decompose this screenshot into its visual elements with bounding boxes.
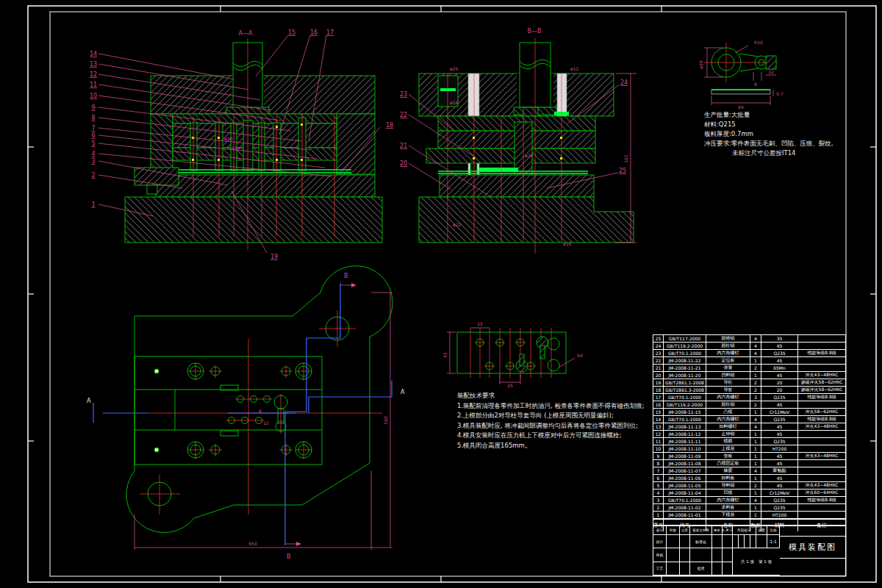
cell-material: 45 bbox=[761, 482, 798, 490]
cell-code: JM-2008-11-01 bbox=[664, 512, 706, 519]
note-material: 材料:Q215 bbox=[704, 120, 877, 129]
cell-code: JM-2008-11-08 bbox=[664, 460, 706, 467]
cell-qty: 1 bbox=[750, 504, 761, 512]
part-length-dim: 64 bbox=[738, 104, 744, 110]
table-row: 13 JM-2008-11-13 卸料螺钉 4 45 淬火43~48HRC bbox=[653, 423, 845, 431]
cell-name: 止转销 bbox=[706, 431, 750, 438]
callout-15: 15 bbox=[288, 29, 295, 36]
cell-no: 9 bbox=[653, 453, 664, 460]
cell-no: 5 bbox=[653, 482, 664, 490]
table-row: 21 JM-2008-11-21 弹簧 2 65Mn bbox=[653, 365, 845, 372]
cell-qty: 4 bbox=[750, 497, 761, 504]
note-tolerance: 未标注尺寸公差按IT14 bbox=[704, 148, 877, 158]
plan-width-value: 650 bbox=[248, 541, 257, 546]
plan-view bbox=[93, 266, 392, 546]
cell-code: JM-2008-11-13 bbox=[664, 423, 706, 431]
section-marker-b-bottom: B bbox=[287, 553, 291, 560]
tb-change-doc: 更改文件号 bbox=[690, 526, 712, 535]
cell-name: 挡料销 bbox=[706, 372, 750, 379]
table-row: 16 GB/T119.2-2000 圆柱销 2 45 bbox=[653, 401, 845, 409]
callout-20: 20 bbox=[400, 160, 407, 167]
cell-no: 19 bbox=[653, 379, 664, 387]
aa-dim-2: ø14 bbox=[232, 146, 240, 151]
callout-14: 14 bbox=[90, 51, 97, 57]
note-batch: 生产批量:大批量 bbox=[704, 110, 877, 120]
cell-name: 垫板 bbox=[706, 453, 750, 460]
cell-note bbox=[798, 467, 845, 475]
cell-qty: 1 bbox=[750, 438, 761, 445]
callout-7: 7 bbox=[91, 125, 95, 132]
tb-count: 处数 bbox=[667, 526, 680, 535]
table-row: 9 JM-2008-11-09 垫板 1 45 淬火43~48HRC bbox=[653, 453, 845, 460]
cell-material: 45 bbox=[761, 475, 798, 482]
plan-height-value: 560 bbox=[383, 416, 388, 425]
tb-design: 设计 bbox=[653, 535, 667, 548]
cell-name: 定位板 bbox=[706, 357, 750, 365]
cell-no: 3 bbox=[653, 497, 664, 504]
cell-name: 卸料板 bbox=[706, 475, 750, 482]
table-row: 22 JM-2008-11-22 定位板 1 45 bbox=[653, 357, 845, 365]
cell-code: GB/T2861.1-2008 bbox=[664, 379, 706, 387]
callout-5: 5 bbox=[91, 140, 95, 147]
tech-line-1: 1.装配前清理各零件加工时的油污, 检查各零件表面不得有碰伤划痕; bbox=[457, 401, 678, 412]
aa-dim-1: ø10 bbox=[224, 136, 232, 141]
table-row: 23 GB/T70.1-2000 内六角螺钉 4 Q235 性能等级8.8级 bbox=[653, 350, 845, 357]
cell-code: GB/T70.1-2000 bbox=[664, 497, 706, 504]
cell-code: JM-2008-11-12 bbox=[664, 431, 706, 438]
cell-qty: 1 bbox=[750, 512, 761, 519]
cell-no: 15 bbox=[653, 409, 664, 416]
cell-material: Q235 bbox=[761, 497, 798, 504]
cell-no: 24 bbox=[653, 343, 664, 350]
cell-note: 淬火43~48HRC bbox=[798, 423, 845, 431]
callout-2: 2 bbox=[91, 172, 95, 179]
part-thickness-dim: 0.7 bbox=[776, 91, 784, 96]
cell-qty: 4 bbox=[750, 343, 761, 350]
cell-material: HT200 bbox=[761, 512, 798, 519]
cell-material: 45 bbox=[761, 401, 798, 409]
cell-note bbox=[798, 401, 845, 409]
table-row: 19 GB/T2861.1-2008 导柱 2 20 渗碳淬火58~62HRC bbox=[653, 379, 845, 387]
table-row: 7 JM-2008-11-07 橡胶 4 聚氨酯 bbox=[653, 467, 845, 475]
cell-qty: 1 bbox=[750, 460, 761, 467]
cell-note: 淬火58~62HRC bbox=[798, 409, 845, 416]
callout-11: 11 bbox=[90, 82, 97, 88]
cell-no: 10 bbox=[653, 445, 664, 453]
cell-note: 渗碳淬火58~62HRC bbox=[798, 379, 845, 387]
section-marker-b-top: B bbox=[344, 273, 348, 279]
table-row: 14 GB/T70.1-2000 内六角螺钉 4 Q235 性能等级8.8级 bbox=[653, 416, 845, 423]
cell-no: 2 bbox=[653, 504, 664, 512]
bb-height-value: 165 bbox=[623, 154, 628, 163]
cell-no: 8 bbox=[653, 460, 664, 467]
cell-note bbox=[798, 460, 845, 467]
table-row: 25 GB/T117-2000 圆锥销 4 35 bbox=[653, 335, 845, 343]
cell-name: 内六角螺钉 bbox=[706, 394, 750, 401]
cell-note bbox=[798, 504, 845, 512]
cell-material: Q235 bbox=[761, 504, 798, 512]
cell-name: 上模座 bbox=[706, 445, 750, 453]
cell-name: 弹簧 bbox=[706, 365, 750, 372]
bb-dim-3: ø12 bbox=[570, 66, 578, 71]
cell-code: JM-2008-11-10 bbox=[664, 445, 706, 453]
cell-name: 卸料螺钉 bbox=[706, 423, 750, 431]
cell-material: 20 bbox=[761, 387, 798, 394]
cell-qty: 2 bbox=[750, 387, 761, 394]
cell-note bbox=[798, 475, 845, 482]
cell-no: 1 bbox=[653, 512, 664, 519]
cell-qty: 1 bbox=[750, 490, 761, 497]
cell-code: JM-2008-11-22 bbox=[664, 357, 706, 365]
strip-layout: 45 15 25 R4 bbox=[442, 321, 583, 388]
table-row: 8 JM-2008-11-08 凸模固定板 1 45 bbox=[653, 460, 845, 467]
drawing-title: 模具装配图 bbox=[780, 537, 845, 559]
tb-stage: 阶段标记 bbox=[733, 526, 756, 535]
cell-material: 45 bbox=[761, 453, 798, 460]
table-row: 5 JM-2008-11-05 导料销 2 45 淬火43~48HRC bbox=[653, 482, 845, 490]
cell-code: GB/T117-2000 bbox=[664, 335, 706, 343]
tb-zone: 分区 bbox=[680, 526, 690, 535]
callout-25: 25 bbox=[619, 168, 626, 174]
tb-sign: 签名 bbox=[712, 526, 723, 535]
callout-9: 9 bbox=[91, 104, 95, 111]
cell-material: Q235 bbox=[761, 350, 798, 357]
cell-note bbox=[798, 343, 845, 350]
cell-code: JM-2008-11-15 bbox=[664, 409, 706, 416]
cell-code: JM-2008-11-05 bbox=[664, 482, 706, 490]
